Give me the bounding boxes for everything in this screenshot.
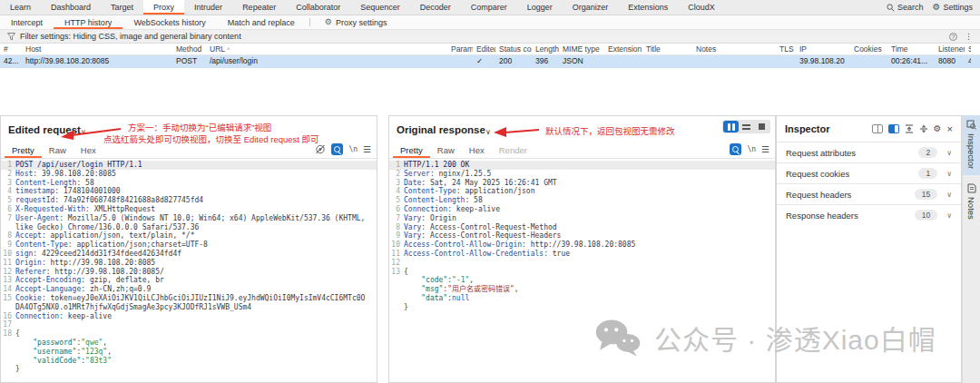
original-response-title[interactable]: Original response — [397, 124, 485, 135]
code-segment: } — [404, 303, 408, 311]
code-segment: : — [421, 231, 430, 240]
layout-rows-icon[interactable] — [739, 121, 754, 133]
column-header-params[interactable]: Params — [447, 44, 473, 54]
inspector-section-request-headers[interactable]: Request headers15∨ — [777, 183, 961, 204]
line-number: 7 — [1, 214, 15, 232]
split-view-icon[interactable] — [872, 124, 883, 133]
request-editor[interactable]: 1POST /api/user/login HTTP/1.12Host: 39.… — [1, 159, 377, 382]
search-panel-icon[interactable] — [730, 143, 741, 155]
code-segment: : — [456, 187, 466, 195]
layout-columns-icon[interactable] — [723, 121, 739, 133]
subtab-match-and-replace[interactable]: Match and replace — [217, 15, 306, 29]
menu-item-repeater[interactable]: Repeater — [232, 0, 286, 15]
chevron-down-icon[interactable]: ∨ — [485, 128, 491, 136]
search-label: Search — [897, 3, 924, 12]
column-header-method[interactable]: Method — [172, 44, 206, 54]
column-header-item[interactable]: # — [0, 44, 22, 54]
help-icon[interactable]: ? — [949, 33, 957, 41]
subtab-proxy-settings[interactable]: ⚙Proxy settings — [314, 15, 398, 29]
column-header-mime-type[interactable]: MIME type — [559, 44, 604, 54]
subtab-websockets-history[interactable]: WebSockets history — [122, 15, 216, 29]
line-content: "code":"-1", — [404, 276, 481, 285]
menu-item-intruder[interactable]: Intruder — [184, 0, 232, 15]
code-segment: requestId — [15, 196, 54, 204]
row-cell-listener-po: 8080 — [935, 55, 965, 68]
code-segment: Accept-Language — [15, 285, 81, 293]
column-header-title[interactable]: Title — [642, 44, 692, 54]
column-header-url[interactable]: URL ^ — [206, 44, 447, 54]
tab-pretty[interactable]: Pretty — [393, 143, 430, 158]
search-panel-icon[interactable] — [331, 143, 343, 155]
code-segment: 1748104001000 — [64, 187, 121, 195]
menu-item-extensions[interactable]: Extensions — [618, 0, 678, 15]
code-line: 7User-Agent: Mozilla/5.0 (Windows NT 10.… — [1, 214, 377, 232]
tab-raw[interactable]: Raw — [42, 143, 74, 158]
expand-all-icon[interactable] — [905, 124, 914, 133]
column-header-status-code[interactable]: Status code — [495, 44, 532, 54]
inspector-section-request-cookies[interactable]: Request cookies1∨ — [777, 162, 961, 183]
menu-item-cloudx[interactable]: CloudX — [678, 0, 725, 15]
line-number: 15 — [1, 294, 15, 312]
menu-item-logger[interactable]: Logger — [517, 0, 563, 15]
column-header-s[interactable]: S — [965, 44, 971, 54]
side-tab-notes[interactable]: Notes — [963, 179, 980, 222]
history-table-row[interactable]: 42...http://39.98.108.20:8085POST/api/us… — [0, 55, 980, 68]
column-header-ip[interactable]: IP — [796, 44, 850, 54]
response-editor[interactable]: 1HTTP/1.1 200 OK2Server: nginx/1.25.53Da… — [389, 159, 775, 382]
column-header-extension[interactable]: Extension — [604, 44, 642, 54]
editor-menu-icon[interactable]: ☰ — [761, 145, 769, 154]
menu-item-comparer[interactable]: Comparer — [461, 0, 517, 15]
menu-item-proxy[interactable]: Proxy — [143, 0, 184, 15]
subtab-http-history[interactable]: HTTP history — [54, 15, 122, 29]
menu-item-learn[interactable]: Learn — [0, 0, 41, 15]
search-button[interactable]: Search — [887, 3, 924, 12]
code-line: 13Accept-Encoding: gzip, deflate, br — [1, 276, 377, 285]
tab-hex[interactable]: Hex — [74, 143, 103, 158]
docked-view-icon[interactable] — [888, 124, 899, 133]
collapse-all-icon[interactable] — [919, 124, 928, 133]
settings-button[interactable]: ⚙ Settings — [933, 3, 974, 12]
column-header-host[interactable]: Host — [22, 44, 172, 54]
column-label: Params — [451, 44, 473, 54]
code-line: 11Access-Control-Allow-Credentials: true — [389, 250, 775, 259]
column-header-notes[interactable]: Notes — [692, 44, 776, 54]
menu-item-decoder[interactable]: Decoder — [410, 0, 461, 15]
linebreak-toggle-icon[interactable]: \n — [747, 145, 756, 153]
code-segment: : — [85, 205, 94, 213]
column-header-time[interactable]: Time — [887, 44, 935, 54]
column-header-tls[interactable]: TLS — [776, 44, 796, 54]
code-segment: : — [42, 294, 51, 302]
filter-bar[interactable]: Filter settings: Hiding CSS, image and g… — [0, 30, 980, 44]
inspector-section-request-attributes[interactable]: Request attributes2∨ — [777, 142, 961, 162]
column-label: Status code — [499, 44, 532, 54]
kebab-menu-icon[interactable]: ⋮ — [965, 32, 973, 41]
menu-item-target[interactable]: Target — [101, 0, 143, 15]
code-segment: Mozilla/5.0 (Windows NT 10.0; Win64; x64… — [15, 214, 369, 231]
tab-hex[interactable]: Hex — [462, 143, 492, 158]
inspector-section-response-headers[interactable]: Response headers10∨ — [777, 204, 961, 225]
column-header-cookies[interactable]: Cookies — [850, 44, 887, 54]
column-label: Title — [646, 44, 661, 54]
gear-icon[interactable]: ⚙ — [934, 124, 942, 133]
close-icon[interactable]: × — [947, 123, 953, 134]
code-line: 8Vary: Access-Control-Request-Method — [389, 223, 775, 232]
tab-raw[interactable]: Raw — [430, 143, 462, 158]
editor-menu-icon[interactable]: ☰ — [363, 145, 371, 154]
column-header-length[interactable]: Length — [532, 44, 559, 54]
column-header-edited[interactable]: Edited — [473, 44, 495, 54]
hide-nonprintable-icon[interactable] — [315, 144, 326, 154]
menu-item-sequencer[interactable]: Sequencer — [350, 0, 410, 15]
line-content — [15, 320, 23, 329]
linebreak-toggle-icon[interactable]: \n — [348, 145, 358, 153]
menu-item-organizer[interactable]: Organizer — [563, 0, 619, 15]
code-segment: : — [430, 170, 439, 178]
tab-pretty[interactable]: Pretty — [5, 143, 42, 158]
column-header-listener-po[interactable]: Listener po — [935, 44, 965, 54]
menu-item-collaborator[interactable]: Collaborator — [286, 0, 350, 15]
code-segment: Content-Length — [15, 179, 76, 187]
subtab-intercept[interactable]: Intercept — [0, 15, 54, 29]
layout-single-icon[interactable] — [754, 121, 769, 133]
menu-item-dashboard[interactable]: Dashboard — [41, 0, 101, 15]
side-tab-inspector[interactable]: Inspector — [963, 115, 980, 175]
line-content: Accept: application/json, text/plain, */… — [15, 231, 202, 241]
